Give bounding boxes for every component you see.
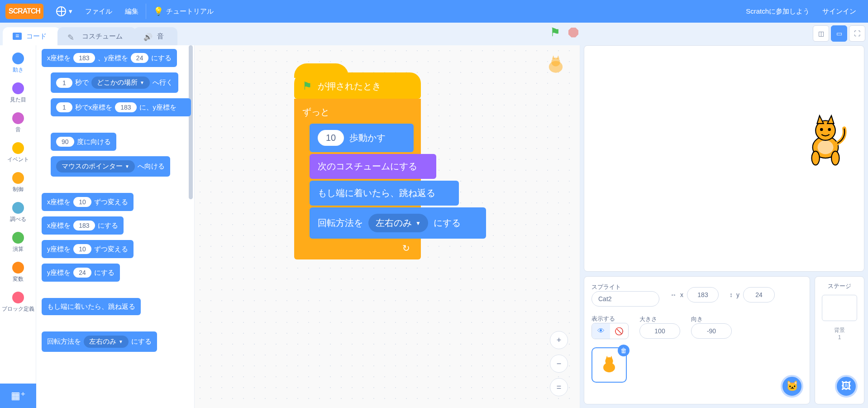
green-flag-button[interactable]: ⚑ [550,25,560,39]
block-text: にする [131,337,152,346]
script-workspace[interactable]: が押されたとき ずっと 10 歩動かす 次のコスチュームにする もし端に着いたら… [195,45,580,408]
sprite-y-input[interactable] [743,287,775,302]
svg-point-12 [831,151,839,165]
chevron-down-icon: ▾ [69,7,72,15]
category-looks[interactable]: 見た目 [0,78,36,108]
block-change-y[interactable]: y座標を 10 ずつ変える [42,240,134,258]
category-motion[interactable]: 動き [0,48,36,78]
stage[interactable] [584,45,864,272]
sprite-x-input[interactable] [687,287,719,302]
chevron-down-icon: ▼ [119,339,123,344]
sprite-direction-input[interactable] [691,323,732,339]
block-input-x[interactable]: 183 [73,53,95,63]
block-input[interactable]: 183 [73,221,95,230]
block-text: 回転方法を [318,217,363,229]
language-menu[interactable]: ▾ [50,0,79,23]
hide-button[interactable]: 🚫 [610,323,628,339]
block-dropdown-style[interactable]: 左右のみ▼ [368,214,428,232]
chevron-down-icon: ▼ [140,80,144,85]
stage-thumbnail[interactable] [822,295,857,321]
zoom-out-button[interactable]: − [550,355,568,373]
category-myblocks[interactable]: ブロック定義 [0,287,36,317]
block-input-y[interactable]: 24 [131,53,149,63]
signin-link[interactable]: サインイン [816,0,863,23]
block-dropdown-style[interactable]: 左右のみ▼ [84,336,129,348]
script-stack[interactable]: が押されたとき ずっと 10 歩動かす 次のコスチュームにする もし端に着いたら… [294,72,421,259]
tutorials-button[interactable]: 💡チュートリアル [147,0,220,23]
category-sensing[interactable]: 調べる [0,197,36,227]
sprite-info-pane: スプライト ↔x ↕y 表示する 👁 🚫 大きさ [584,276,810,404]
sprite-on-stage[interactable] [801,114,850,168]
sprite-name-input[interactable] [591,291,659,307]
zoom-reset-button[interactable]: = [550,378,568,396]
block-input[interactable]: 10 [73,244,91,254]
add-extension-button[interactable]: ▦⁺ [0,384,36,408]
block-glide-xy[interactable]: 1 秒でx座標を 183 に、y座標を [51,98,191,116]
block-goto-xy[interactable]: x座標を 183 、y座標を 24 にする [42,49,177,67]
sprite-thumbnail[interactable]: 🗑 [591,347,627,383]
chevron-down-icon: ▼ [415,220,421,226]
block-change-x[interactable]: x座標を 10 ずつ変える [42,193,134,211]
block-rotation-style[interactable]: 回転方法を 左右のみ▼ にする [42,331,157,352]
category-variables[interactable]: 変数 [0,257,36,287]
backdrops-label: 背景 [834,326,845,334]
block-input-x[interactable]: 183 [115,102,136,112]
visibility-toggle: 👁 🚫 [591,323,629,339]
right-column: スプライト ↔x ↕y 表示する 👁 🚫 大きさ [580,45,868,408]
block-text: 度に向ける [77,138,111,146]
block-forever[interactable]: ずっと 10 歩動かす 次のコスチュームにする もし端に着いたら、跳ね返る 回転… [294,99,421,259]
stage-small-button[interactable]: ◫ [813,25,829,42]
block-dropdown-target[interactable]: どこかの場所▼ [91,77,150,89]
scratch-logo[interactable]: SCRATCH [5,4,43,19]
category-label: 音 [15,126,21,134]
show-button[interactable]: 👁 [592,323,610,339]
delete-sprite-button[interactable]: 🗑 [618,345,630,356]
block-move-steps[interactable]: 10 歩動かす [310,124,414,152]
block-input-seconds[interactable]: 1 [56,102,72,112]
block-glide-random[interactable]: 1 秒で どこかの場所▼ へ行く [51,72,178,93]
block-point-towards[interactable]: マウスのポインター▼ へ向ける [51,156,170,177]
svg-point-1 [551,58,560,66]
block-rotation-style[interactable]: 回転方法を 左右のみ▼ にする [310,207,486,239]
palette-scrollbar[interactable] [189,45,193,199]
block-input[interactable]: 24 [73,268,91,278]
block-when-flag-clicked[interactable]: が押されたとき [294,72,421,99]
tab-sounds[interactable]: 音 [134,27,177,45]
file-menu[interactable]: ファイル [79,0,119,23]
block-input-seconds[interactable]: 1 [56,78,72,88]
add-sprite-button[interactable]: 🐱 [781,375,803,398]
category-events[interactable]: イベント [0,138,36,168]
stage-large-button[interactable]: ▭ [831,25,847,42]
tab-costumes[interactable]: コスチューム [57,27,136,45]
category-operators[interactable]: 演算 [0,227,36,257]
sprite-list: 🗑 [591,347,802,383]
zoom-in-button[interactable]: + [550,331,568,349]
block-input[interactable]: 10 [318,130,344,146]
block-point-direction[interactable]: 90 度に向ける [51,133,116,151]
block-next-costume[interactable]: 次のコスチュームにする [310,154,436,179]
edit-menu[interactable]: 編集 [119,0,145,23]
main-area: 動き 見た目 音 イベント 制御 調べる 演算 変数 ブロック定義 ▦⁺ x座標… [0,45,868,408]
stop-button[interactable] [568,28,578,38]
block-dropdown-target[interactable]: マウスのポインター▼ [56,160,135,173]
category-control[interactable]: 制御 [0,168,36,197]
tab-code[interactable]: コード [3,27,60,45]
sprite-size-input[interactable] [639,323,680,339]
category-label: 制御 [13,186,24,193]
block-input-degrees[interactable]: 90 [56,137,74,147]
svg-point-5 [818,140,834,154]
block-bounce-edge[interactable]: もし端に着いたら、跳ね返る [310,181,459,206]
block-input[interactable]: 10 [73,197,91,207]
x-label: x [680,291,683,298]
stage-full-button[interactable]: ⛶ [849,25,865,42]
block-bounce-edge[interactable]: もし端に着いたら、跳ね返る [42,298,141,315]
block-set-y[interactable]: y座標を 24 にする [42,264,120,282]
join-scratch-link[interactable]: Scratchに参加しよう [739,0,816,23]
chevron-down-icon: ▼ [125,164,129,169]
add-backdrop-button[interactable]: 🖼 [835,375,858,398]
svg-point-9 [820,128,823,131]
block-set-x[interactable]: x座標を 183 にする [42,216,124,235]
direction-label: 向き [691,315,723,323]
category-sound[interactable]: 音 [0,108,36,138]
extension-icon: ▦⁺ [11,390,26,402]
